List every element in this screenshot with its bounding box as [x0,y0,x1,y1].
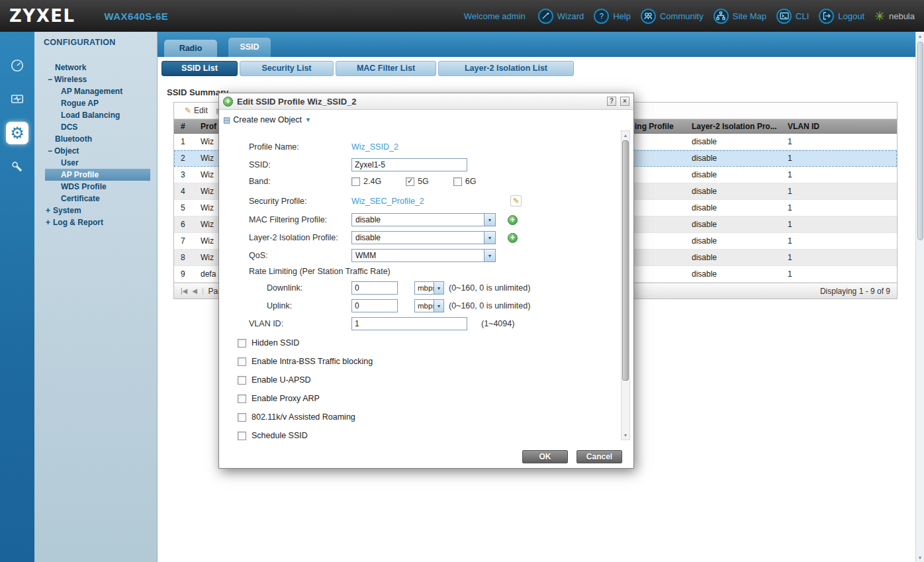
community-link[interactable]: Community [641,9,704,24]
cancel-button[interactable]: Cancel [577,450,622,463]
u-apsd-option[interactable]: Enable U-APSD [238,375,607,385]
edit-button[interactable]: ✎Edit [185,106,208,115]
band-24g-checkbox[interactable] [351,177,360,186]
cell-filtering [631,233,690,249]
sidebar-item-certificate[interactable]: Certificate [34,193,157,205]
prev-page-button[interactable]: ◀ [192,287,197,295]
subtab-ssid-list[interactable]: SSID List [162,61,238,76]
band-6g-option[interactable]: 6G [453,177,477,186]
scrollbar-thumb[interactable] [622,140,629,381]
dialog-title: Edit SSID Profile Wiz_SSID_2 [237,97,603,107]
scroll-up-icon[interactable]: ▲ [918,32,923,40]
cell-vlan: 1 [786,233,897,249]
cli-label: CLI [796,11,809,21]
column-header-num[interactable]: # [174,119,201,133]
column-header-layer2[interactable]: Layer-2 Isolation Pro... [690,119,786,133]
downlink-input[interactable] [351,281,398,295]
sidebar-item-user[interactable]: User [34,157,157,169]
edit-security-profile-icon[interactable]: ✎ [510,195,522,207]
proxy-arp-checkbox[interactable] [238,395,246,403]
sitemap-link[interactable]: Site Map [714,9,766,24]
band-6g-checkbox[interactable] [453,177,462,186]
ok-button[interactable]: OK [522,450,568,463]
layer2-isolation-select[interactable]: disable▼ [351,231,496,244]
sidebar-item-ap-profile[interactable]: AP Profile [45,169,150,181]
community-icon [641,9,656,24]
scroll-down-icon[interactable]: ▼ [624,431,628,440]
assisted-roaming-checkbox[interactable] [238,413,246,422]
intra-bss-option[interactable]: Enable Intra-BSS Traffic blocking [238,357,607,366]
logout-link[interactable]: Logout [819,9,864,24]
proxy-arp-option[interactable]: Enable Proxy ARP [238,394,607,403]
scrollbar-thumb[interactable] [917,42,923,240]
sidebar-item-wds-profile[interactable]: WDS Profile [34,181,157,193]
scroll-down-icon[interactable]: ▼ [918,553,923,562]
config-sidebar: CONFIGURATION Network −Wireless AP Manag… [34,32,158,562]
tab-radio[interactable]: Radio [164,40,217,57]
ssid-input[interactable] [351,158,467,171]
band-24g-option[interactable]: 2.4G [351,177,381,186]
scroll-up-icon[interactable]: ▲ [624,131,628,140]
sitemap-icon [714,9,729,24]
configuration-icon[interactable]: ⚙ [6,122,28,144]
vlan-id-input[interactable] [351,317,467,330]
wizard-link[interactable]: Wizard [538,9,584,24]
assisted-roaming-option[interactable]: 802.11k/v Assisted Roaming [238,412,607,422]
cell-num: 9 [174,266,201,282]
downlink-unit-select[interactable]: mbps▼ [414,281,444,295]
nebula-icon: ✳ [874,10,885,23]
security-profile-link[interactable]: Wiz_SEC_Profile_2 [351,197,424,206]
checkbox-label: 802.11k/v Assisted Roaming [252,412,355,422]
intra-bss-checkbox[interactable] [238,357,246,366]
checkbox-label: Hidden SSID [252,338,299,348]
first-page-button[interactable]: |◀ [181,287,187,295]
mac-filtering-select[interactable]: disable▼ [351,213,496,226]
cell-vlan: 1 [786,250,897,265]
tab-ssid[interactable]: SSID [228,38,271,57]
u-apsd-checkbox[interactable] [238,376,246,385]
maintenance-icon[interactable] [6,156,28,178]
create-new-object-menu[interactable]: ▤ Create new Object ▼ [223,115,633,124]
sidebar-item-load-balancing[interactable]: Load Balancing [34,109,157,121]
uplink-unit-select[interactable]: mbps▼ [414,299,444,312]
sidebar-item-bluetooth[interactable]: Bluetooth [34,133,157,145]
sidebar-item-rogue-ap[interactable]: Rogue AP [34,97,157,109]
logout-icon [819,9,834,24]
add-layer2-profile-button[interactable]: + [508,233,518,243]
cell-num: 1 [174,134,201,150]
dropdown-arrow-icon: ▼ [434,300,443,312]
dialog-header[interactable]: + Edit SSID Profile Wiz_SSID_2 ? × [219,93,633,110]
sidebar-item-wireless[interactable]: −Wireless [34,73,157,85]
add-mac-filtering-profile-button[interactable]: + [508,215,518,225]
dialog-help-button[interactable]: ? [607,97,616,106]
logout-label: Logout [838,11,864,21]
sidebar-item-object[interactable]: −Object [34,145,157,157]
column-header-vlan[interactable]: VLAN ID [786,119,897,133]
band-5g-checkbox[interactable] [406,177,414,186]
cli-link[interactable]: CLI [776,9,809,24]
sidebar-item-dcs[interactable]: DCS [34,121,157,133]
subtab-layer2-isolation-list[interactable]: Layer-2 Isolation List [438,61,574,76]
nebula-link[interactable]: ✳ nebula [874,10,915,23]
hidden-ssid-option[interactable]: Hidden SSID [238,338,607,348]
monitor-icon[interactable] [6,88,28,111]
uplink-input[interactable] [351,299,398,312]
dialog-scrollbar[interactable]: ▲ ▼ [621,130,630,440]
sidebar-item-log-report[interactable]: +Log & Report [34,216,157,228]
sidebar-item-ap-management[interactable]: AP Management [34,85,157,97]
column-header-filtering[interactable]: ing Profile [631,119,690,133]
hidden-ssid-checkbox[interactable] [238,339,246,348]
schedule-ssid-checkbox[interactable] [238,432,246,440]
cell-num: 7 [174,233,201,249]
help-link[interactable]: ? Help [594,9,631,24]
page-scrollbar[interactable]: ▲ ▼ [915,32,924,562]
schedule-ssid-option[interactable]: Schedule SSID [238,431,607,440]
dialog-close-button[interactable]: × [620,97,629,106]
sidebar-item-system[interactable]: +System [34,205,157,216]
sidebar-item-network[interactable]: Network [34,62,157,73]
band-5g-option[interactable]: 5G [406,177,429,186]
subtab-security-list[interactable]: Security List [240,61,334,76]
dashboard-icon[interactable] [6,54,28,77]
qos-select[interactable]: WMM▼ [351,249,496,262]
subtab-mac-filter-list[interactable]: MAC Filter List [336,61,436,76]
